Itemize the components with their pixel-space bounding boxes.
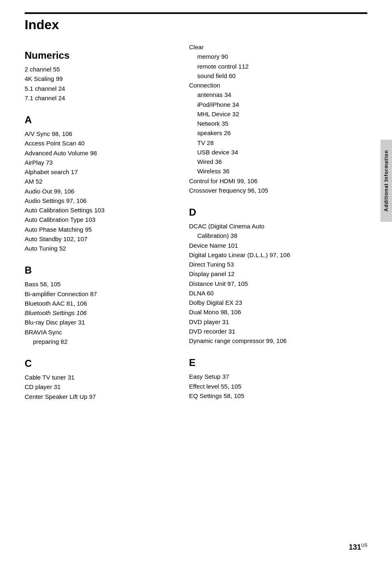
entry-controlhdmi: Control for HDMI 99, 106	[189, 176, 367, 186]
entry-clear-remote: remote control 112	[189, 62, 367, 71]
entry-dcac-calibration: Calibration) 38	[189, 231, 367, 240]
entry-dvdrecorder: DVD recorder 31	[189, 327, 367, 336]
spacer-d	[189, 195, 367, 199]
entry-audioout: Audio Out 99, 106	[25, 186, 177, 196]
spacer-c	[25, 346, 177, 350]
entry-autotuning: Auto Tuning 52	[25, 244, 177, 253]
entry-avsync: A/V Sync 98, 106	[25, 129, 177, 138]
entry-connection-wireless: Wireless 36	[189, 166, 367, 176]
section-header-c: C	[25, 358, 177, 369]
entry-connection-tv: TV 28	[189, 138, 367, 147]
entry-dlna: DLNA 60	[189, 288, 367, 298]
entry-centerspeaker: Center Speaker Lift Up 97	[25, 392, 177, 401]
entry-audiosettings: Audio Settings 97, 106	[25, 196, 177, 205]
entry-connection-mhl: MHL Device 32	[189, 109, 367, 119]
left-column: Numerics 2 channel 55 4K Scaling 99 5.1 …	[25, 42, 185, 401]
spacer-a	[25, 103, 177, 107]
entry-braviasync-preparing: preparing 82	[25, 337, 177, 346]
entry-connection-wired: Wired 36	[189, 157, 367, 166]
page-number: 131US	[349, 543, 367, 552]
entry-crossover: Crossover frequency 96, 105	[189, 186, 367, 195]
spacer-e	[189, 345, 367, 350]
entry-autophase: Auto Phase Matching 95	[25, 225, 177, 234]
entry-bluetoothaac: Bluetooth AAC 81, 106	[25, 299, 177, 308]
content-columns: Numerics 2 channel 55 4K Scaling 99 5.1 …	[25, 42, 367, 401]
page: Index Numerics 2 channel 55 4K Scaling 9…	[0, 0, 392, 564]
entry-clear-soundfield: sound field 60	[189, 71, 367, 81]
entry-displaypanel: Display panel 12	[189, 269, 367, 279]
entry-alphabetsearch: Alphabet search 17	[25, 167, 177, 177]
entry-bluray: Blu-ray Disc player 31	[25, 318, 177, 327]
entry-dvdplayer: DVD player 31	[189, 317, 367, 327]
entry-connection: Connection	[189, 81, 367, 90]
right-column: Clear memory 90 remote control 112 sound…	[185, 42, 367, 401]
entry-effectlevel: Effect level 55, 105	[189, 382, 367, 391]
section-header-b: B	[25, 265, 177, 276]
entry-connection-usb: USB device 34	[189, 147, 367, 157]
entry-advancedautovolume: Advanced Auto Volume 98	[25, 148, 177, 158]
section-header-numerics: Numerics	[25, 50, 177, 61]
entry-51channel: 5.1 channel 24	[25, 84, 177, 93]
entry-bluetoothsettings: Bluetooth Settings 106	[25, 308, 177, 318]
entry-accesspointscan: Access Point Scan 40	[25, 138, 177, 148]
entry-dualmono: Dual Mono 98, 106	[189, 307, 367, 317]
section-header-a: A	[25, 114, 177, 126]
entry-dolbydigital: Dolby Digital EX 23	[189, 298, 367, 307]
spacer-b	[25, 253, 177, 257]
entry-eqsettings: EQ Settings 58, 105	[189, 391, 367, 401]
page-title: Index	[25, 17, 367, 32]
entry-easysetup: Easy Setup 37	[189, 372, 367, 381]
entry-airplay: AirPlay 73	[25, 158, 177, 167]
side-tab: Additional Information	[380, 140, 392, 222]
entry-directtuning: Direct Tuning 53	[189, 260, 367, 269]
entry-2channel: 2 channel 55	[25, 64, 177, 74]
entry-autocalibsettings: Auto Calibration Settings 103	[25, 205, 177, 215]
entry-autocalibtype: Auto Calibration Type 103	[25, 215, 177, 224]
entry-cabletvtuner: Cable TV tuner 31	[25, 373, 177, 382]
entry-71channel: 7.1 channel 24	[25, 93, 177, 103]
entry-autostandby: Auto Standby 102, 107	[25, 234, 177, 244]
entry-am: AM 52	[25, 177, 177, 186]
entry-biamplifier: Bi-amplifier Connection 87	[25, 289, 177, 299]
section-header-e: E	[189, 357, 367, 368]
entry-clear-memory: memory 90	[189, 52, 367, 61]
top-border	[25, 12, 367, 14]
entry-connection-network: Network 35	[189, 119, 367, 128]
entry-bass: Bass 58, 105	[25, 279, 177, 289]
entry-distanceunit: Distance Unit 97, 105	[189, 279, 367, 288]
entry-dcac: DCAC (Digital Cinema Auto	[189, 221, 367, 231]
entry-dynamicrange: Dynamic range compressor 99, 106	[189, 336, 367, 345]
entry-devicename: Device Name 101	[189, 241, 367, 250]
entry-cdplayer: CD player 31	[25, 382, 177, 391]
entry-connection-antennas: antennas 34	[189, 90, 367, 99]
section-header-d: D	[189, 207, 367, 218]
entry-clear: Clear	[189, 42, 367, 52]
entry-digitallegato: Digital Legato Linear (D.L.L.) 97, 106	[189, 250, 367, 260]
entry-braviasync: BRAVIA Sync	[25, 327, 177, 337]
side-tab-label: Additional Information	[383, 150, 389, 212]
entry-connection-speakers: speakers 26	[189, 128, 367, 138]
entry-4kscaling: 4K Scaling 99	[25, 74, 177, 83]
entry-connection-ipod: iPod/iPhone 34	[189, 100, 367, 109]
